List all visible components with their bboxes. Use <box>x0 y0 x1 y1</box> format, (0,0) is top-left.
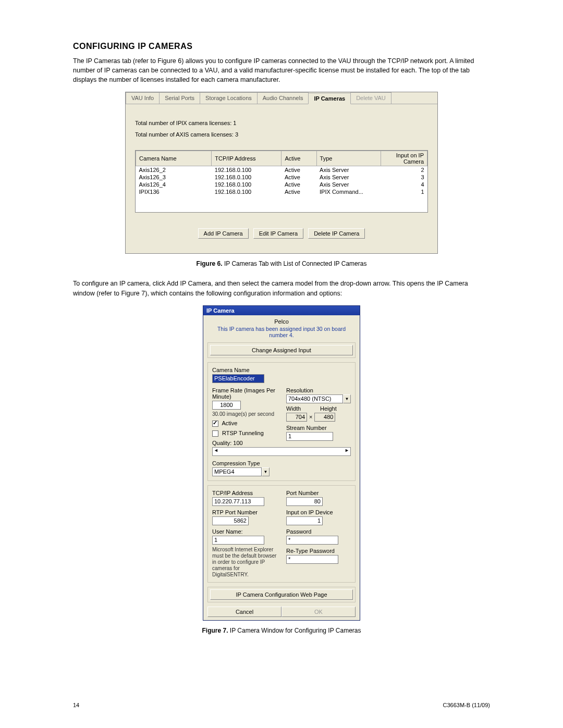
figure7-caption: Figure 7. IP Camera Window for Configuri… <box>73 627 490 634</box>
password-input[interactable]: * <box>286 536 338 545</box>
active-checkbox[interactable] <box>212 421 218 427</box>
tabs-row: VAU Info Serial Ports Storage Locations … <box>126 92 437 104</box>
input-device-label: Input on IP Device <box>286 509 351 515</box>
cell: Axis126_4 <box>136 181 212 188</box>
table-row[interactable]: Axis126_4 192.168.0.100 Active Axis Serv… <box>136 181 427 188</box>
images-per-second-text: 30.00 image(s) per second <box>212 411 277 417</box>
figure7-label: Figure 7. <box>202 627 228 634</box>
config-webpage-button[interactable]: IP Camera Configuration Web Page <box>210 589 353 600</box>
active-label: Active <box>222 420 237 426</box>
cell: 192.168.0.100 <box>212 188 282 195</box>
height-label: Height <box>320 405 351 412</box>
tab-storage-locations[interactable]: Storage Locations <box>200 92 258 104</box>
tab-audio-channels[interactable]: Audio Channels <box>257 92 309 104</box>
ipix-license-text: Total number of IPIX camera licenses: 1 <box>135 120 428 126</box>
frame-rate-label: Frame Rate (Images Per Minute) <box>212 387 277 400</box>
cell: Active <box>282 174 316 181</box>
brand-label: Pelco <box>207 318 356 325</box>
input-device-input[interactable]: 1 <box>286 516 323 525</box>
cell: 4 <box>381 181 427 188</box>
dialog-title: IP Camera <box>203 306 360 315</box>
table-row[interactable]: Axis126_2 192.168.0.100 Active Axis Serv… <box>136 166 427 174</box>
figure6-caption: Figure 6. IP Cameras Tab with List of Co… <box>73 260 490 267</box>
delete-ip-camera-button[interactable]: Delete IP Camera <box>308 228 365 239</box>
retype-password-input[interactable]: * <box>286 555 338 564</box>
doc-code: C3663M-B (11/09) <box>443 702 491 708</box>
x-separator: × <box>309 414 312 420</box>
resolution-select[interactable]: 704x480 (NTSC) <box>286 394 343 403</box>
ip-cameras-tab-panel: VAU Info Serial Ports Storage Locations … <box>125 92 438 254</box>
cell: 192.168.0.100 <box>212 174 282 181</box>
camera-name-label: Camera Name <box>212 367 351 373</box>
cell: 192.168.0.100 <box>212 181 282 188</box>
camera-table: Camera Name TCP/IP Address Active Type I… <box>135 150 428 213</box>
tcpip-input[interactable]: 10.220.77.113 <box>212 497 264 506</box>
assigned-input-text: This IP camera has been assigned input 3… <box>207 326 356 338</box>
figure6-text: IP Cameras Tab with List of Connected IP… <box>223 260 367 267</box>
browser-note: Microsoft Internet Explorer must be the … <box>212 547 277 578</box>
mid-paragraph: To configure an IP camera, click Add IP … <box>73 279 490 298</box>
width-label: Width <box>286 405 317 412</box>
rtsp-checkbox[interactable] <box>212 430 218 437</box>
compression-label: Compression Type <box>212 460 351 466</box>
compression-select[interactable]: MPEG4 <box>212 467 262 476</box>
cell: 2 <box>381 166 427 174</box>
frame-rate-input[interactable]: 1800 <box>212 401 241 410</box>
add-ip-camera-button[interactable]: Add IP Camera <box>198 228 249 239</box>
quality-slider[interactable]: ◄► <box>212 447 351 456</box>
tab-serial-ports[interactable]: Serial Ports <box>159 92 200 104</box>
figure7-text: IP Camera Window for Configuring IP Came… <box>228 627 361 634</box>
cell: 1 <box>381 188 427 195</box>
figure6-label: Figure 6. <box>197 260 223 267</box>
tcpip-label: TCP/IP Address <box>212 490 277 496</box>
resolution-label: Resolution <box>286 387 351 393</box>
camera-name-input[interactable]: PSElabEncoder <box>212 374 264 383</box>
cell: Active <box>282 181 316 188</box>
cell: Axis Server <box>316 166 381 174</box>
ip-camera-dialog: IP Camera Pelco This IP camera has been … <box>203 305 360 621</box>
col-input[interactable]: Input on IP Camera <box>381 151 427 166</box>
width-input: 704 <box>286 413 307 422</box>
password-label: Password <box>286 528 351 535</box>
stream-label: Stream Number <box>286 425 351 431</box>
edit-ip-camera-button[interactable]: Edit IP Camera <box>253 228 303 239</box>
height-input: 480 <box>314 413 335 422</box>
col-tcpip[interactable]: TCP/IP Address <box>212 151 282 166</box>
ok-button: OK <box>282 607 356 617</box>
tab-ip-cameras[interactable]: IP Cameras <box>308 93 351 104</box>
chevron-down-icon[interactable]: ▼ <box>262 467 270 476</box>
col-active[interactable]: Active <box>282 151 316 166</box>
cell: Axis Server <box>316 181 381 188</box>
cell: 192.168.0.100 <box>212 166 282 174</box>
port-input[interactable]: 80 <box>286 497 323 506</box>
rtp-input[interactable]: 5862 <box>212 516 249 525</box>
table-row[interactable]: Axis126_3 192.168.0.100 Active Axis Serv… <box>136 174 427 181</box>
table-row[interactable]: IPIX136 192.168.0.100 Active IPIX Comman… <box>136 188 427 195</box>
tab-vau-info[interactable]: VAU Info <box>126 92 160 104</box>
cell: Active <box>282 166 316 174</box>
table-header-row: Camera Name TCP/IP Address Active Type I… <box>136 151 427 166</box>
port-label: Port Number <box>286 490 351 496</box>
col-type[interactable]: Type <box>316 151 381 166</box>
user-label: User Name: <box>212 528 277 535</box>
tab-delete-vau: Delete VAU <box>350 92 391 104</box>
retype-password-label: Re-Type Password <box>286 548 351 554</box>
cell: Axis Server <box>316 174 381 181</box>
user-input[interactable]: 1 <box>212 536 264 545</box>
axis-license-text: Total number of AXIS camera licenses: 3 <box>135 131 428 138</box>
col-camera-name[interactable]: Camera Name <box>136 151 212 166</box>
change-assigned-input-button[interactable]: Change Assigned Input <box>210 345 353 355</box>
cell: IPIX Command... <box>316 188 381 195</box>
page-number: 14 <box>73 702 79 708</box>
rtsp-label: RTSP Tunneling <box>222 430 264 436</box>
cancel-button[interactable]: Cancel <box>207 607 282 617</box>
cell: Active <box>282 188 316 195</box>
cell: IPIX136 <box>136 188 212 195</box>
chevron-down-icon[interactable]: ▼ <box>343 394 351 403</box>
quality-label: Quality: 100 <box>212 440 277 446</box>
cell: 3 <box>381 174 427 181</box>
rtp-label: RTP Port Number <box>212 509 277 515</box>
intro-paragraph: The IP Cameras tab (refer to Figure 6) a… <box>73 56 490 84</box>
cell: Axis126_3 <box>136 174 212 181</box>
stream-input[interactable]: 1 <box>286 432 333 441</box>
